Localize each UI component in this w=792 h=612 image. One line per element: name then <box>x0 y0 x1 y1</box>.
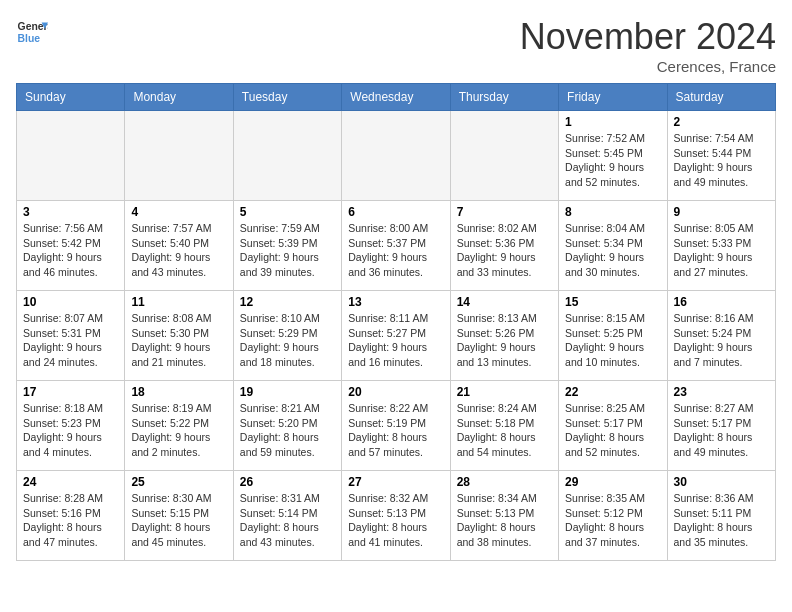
day-number: 9 <box>674 205 769 219</box>
day-info: Sunrise: 8:18 AMSunset: 5:23 PMDaylight:… <box>23 401 118 460</box>
day-number: 7 <box>457 205 552 219</box>
day-number: 17 <box>23 385 118 399</box>
week-row-4: 17Sunrise: 8:18 AMSunset: 5:23 PMDayligh… <box>17 381 776 471</box>
day-cell: 2Sunrise: 7:54 AMSunset: 5:44 PMDaylight… <box>667 111 775 201</box>
day-info: Sunrise: 8:36 AMSunset: 5:11 PMDaylight:… <box>674 491 769 550</box>
day-info: Sunrise: 8:24 AMSunset: 5:18 PMDaylight:… <box>457 401 552 460</box>
day-cell: 18Sunrise: 8:19 AMSunset: 5:22 PMDayligh… <box>125 381 233 471</box>
day-cell: 6Sunrise: 8:00 AMSunset: 5:37 PMDaylight… <box>342 201 450 291</box>
day-cell: 26Sunrise: 8:31 AMSunset: 5:14 PMDayligh… <box>233 471 341 561</box>
day-info: Sunrise: 8:00 AMSunset: 5:37 PMDaylight:… <box>348 221 443 280</box>
day-info: Sunrise: 8:13 AMSunset: 5:26 PMDaylight:… <box>457 311 552 370</box>
col-header-friday: Friday <box>559 84 667 111</box>
day-info: Sunrise: 8:02 AMSunset: 5:36 PMDaylight:… <box>457 221 552 280</box>
day-cell: 28Sunrise: 8:34 AMSunset: 5:13 PMDayligh… <box>450 471 558 561</box>
col-header-tuesday: Tuesday <box>233 84 341 111</box>
day-cell: 27Sunrise: 8:32 AMSunset: 5:13 PMDayligh… <box>342 471 450 561</box>
day-cell: 13Sunrise: 8:11 AMSunset: 5:27 PMDayligh… <box>342 291 450 381</box>
day-info: Sunrise: 7:52 AMSunset: 5:45 PMDaylight:… <box>565 131 660 190</box>
logo: General Blue <box>16 16 48 48</box>
day-cell: 9Sunrise: 8:05 AMSunset: 5:33 PMDaylight… <box>667 201 775 291</box>
week-row-2: 3Sunrise: 7:56 AMSunset: 5:42 PMDaylight… <box>17 201 776 291</box>
day-info: Sunrise: 8:35 AMSunset: 5:12 PMDaylight:… <box>565 491 660 550</box>
day-number: 19 <box>240 385 335 399</box>
col-header-saturday: Saturday <box>667 84 775 111</box>
day-info: Sunrise: 7:59 AMSunset: 5:39 PMDaylight:… <box>240 221 335 280</box>
day-cell: 12Sunrise: 8:10 AMSunset: 5:29 PMDayligh… <box>233 291 341 381</box>
day-number: 12 <box>240 295 335 309</box>
day-number: 16 <box>674 295 769 309</box>
day-info: Sunrise: 8:05 AMSunset: 5:33 PMDaylight:… <box>674 221 769 280</box>
day-info: Sunrise: 8:08 AMSunset: 5:30 PMDaylight:… <box>131 311 226 370</box>
day-number: 5 <box>240 205 335 219</box>
col-header-sunday: Sunday <box>17 84 125 111</box>
day-number: 10 <box>23 295 118 309</box>
day-number: 14 <box>457 295 552 309</box>
day-number: 22 <box>565 385 660 399</box>
day-number: 6 <box>348 205 443 219</box>
day-cell: 14Sunrise: 8:13 AMSunset: 5:26 PMDayligh… <box>450 291 558 381</box>
day-cell: 8Sunrise: 8:04 AMSunset: 5:34 PMDaylight… <box>559 201 667 291</box>
day-cell: 21Sunrise: 8:24 AMSunset: 5:18 PMDayligh… <box>450 381 558 471</box>
col-header-monday: Monday <box>125 84 233 111</box>
day-cell: 25Sunrise: 8:30 AMSunset: 5:15 PMDayligh… <box>125 471 233 561</box>
day-number: 2 <box>674 115 769 129</box>
calendar-table: SundayMondayTuesdayWednesdayThursdayFrid… <box>16 83 776 561</box>
day-cell: 11Sunrise: 8:08 AMSunset: 5:30 PMDayligh… <box>125 291 233 381</box>
day-info: Sunrise: 8:04 AMSunset: 5:34 PMDaylight:… <box>565 221 660 280</box>
day-info: Sunrise: 7:54 AMSunset: 5:44 PMDaylight:… <box>674 131 769 190</box>
day-cell: 7Sunrise: 8:02 AMSunset: 5:36 PMDaylight… <box>450 201 558 291</box>
day-number: 13 <box>348 295 443 309</box>
day-info: Sunrise: 8:21 AMSunset: 5:20 PMDaylight:… <box>240 401 335 460</box>
day-info: Sunrise: 8:30 AMSunset: 5:15 PMDaylight:… <box>131 491 226 550</box>
day-info: Sunrise: 8:27 AMSunset: 5:17 PMDaylight:… <box>674 401 769 460</box>
day-info: Sunrise: 8:11 AMSunset: 5:27 PMDaylight:… <box>348 311 443 370</box>
day-info: Sunrise: 8:16 AMSunset: 5:24 PMDaylight:… <box>674 311 769 370</box>
day-cell: 29Sunrise: 8:35 AMSunset: 5:12 PMDayligh… <box>559 471 667 561</box>
day-info: Sunrise: 8:31 AMSunset: 5:14 PMDaylight:… <box>240 491 335 550</box>
day-cell: 16Sunrise: 8:16 AMSunset: 5:24 PMDayligh… <box>667 291 775 381</box>
day-cell: 1Sunrise: 7:52 AMSunset: 5:45 PMDaylight… <box>559 111 667 201</box>
day-cell: 20Sunrise: 8:22 AMSunset: 5:19 PMDayligh… <box>342 381 450 471</box>
day-number: 26 <box>240 475 335 489</box>
day-number: 1 <box>565 115 660 129</box>
day-info: Sunrise: 7:56 AMSunset: 5:42 PMDaylight:… <box>23 221 118 280</box>
day-cell: 22Sunrise: 8:25 AMSunset: 5:17 PMDayligh… <box>559 381 667 471</box>
day-info: Sunrise: 8:22 AMSunset: 5:19 PMDaylight:… <box>348 401 443 460</box>
day-cell <box>450 111 558 201</box>
day-cell <box>342 111 450 201</box>
week-row-3: 10Sunrise: 8:07 AMSunset: 5:31 PMDayligh… <box>17 291 776 381</box>
day-number: 28 <box>457 475 552 489</box>
day-cell <box>125 111 233 201</box>
day-number: 30 <box>674 475 769 489</box>
day-cell: 4Sunrise: 7:57 AMSunset: 5:40 PMDaylight… <box>125 201 233 291</box>
day-cell: 30Sunrise: 8:36 AMSunset: 5:11 PMDayligh… <box>667 471 775 561</box>
day-info: Sunrise: 8:28 AMSunset: 5:16 PMDaylight:… <box>23 491 118 550</box>
page-header: General Blue November 2024 Cerences, Fra… <box>16 16 776 75</box>
day-cell: 17Sunrise: 8:18 AMSunset: 5:23 PMDayligh… <box>17 381 125 471</box>
day-number: 20 <box>348 385 443 399</box>
svg-text:Blue: Blue <box>18 33 41 44</box>
day-number: 25 <box>131 475 226 489</box>
day-info: Sunrise: 8:07 AMSunset: 5:31 PMDaylight:… <box>23 311 118 370</box>
day-number: 23 <box>674 385 769 399</box>
day-number: 11 <box>131 295 226 309</box>
day-cell: 23Sunrise: 8:27 AMSunset: 5:17 PMDayligh… <box>667 381 775 471</box>
day-number: 8 <box>565 205 660 219</box>
col-header-thursday: Thursday <box>450 84 558 111</box>
week-row-1: 1Sunrise: 7:52 AMSunset: 5:45 PMDaylight… <box>17 111 776 201</box>
calendar-header-row: SundayMondayTuesdayWednesdayThursdayFrid… <box>17 84 776 111</box>
day-cell: 10Sunrise: 8:07 AMSunset: 5:31 PMDayligh… <box>17 291 125 381</box>
day-number: 4 <box>131 205 226 219</box>
day-info: Sunrise: 8:19 AMSunset: 5:22 PMDaylight:… <box>131 401 226 460</box>
location: Cerences, France <box>520 58 776 75</box>
day-number: 15 <box>565 295 660 309</box>
day-cell <box>233 111 341 201</box>
day-cell: 5Sunrise: 7:59 AMSunset: 5:39 PMDaylight… <box>233 201 341 291</box>
day-cell: 3Sunrise: 7:56 AMSunset: 5:42 PMDaylight… <box>17 201 125 291</box>
day-number: 3 <box>23 205 118 219</box>
day-info: Sunrise: 8:34 AMSunset: 5:13 PMDaylight:… <box>457 491 552 550</box>
day-cell: 19Sunrise: 8:21 AMSunset: 5:20 PMDayligh… <box>233 381 341 471</box>
day-info: Sunrise: 8:32 AMSunset: 5:13 PMDaylight:… <box>348 491 443 550</box>
col-header-wednesday: Wednesday <box>342 84 450 111</box>
